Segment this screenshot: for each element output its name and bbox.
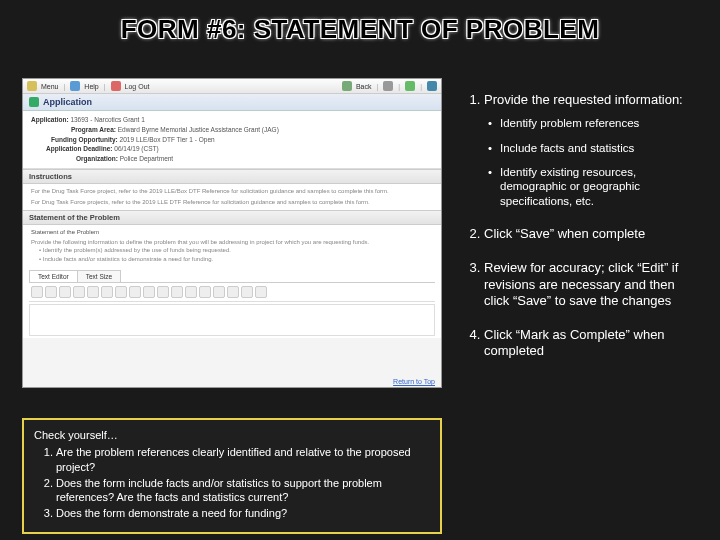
tab-text-size[interactable]: Text Size (77, 270, 121, 282)
statement-help-1: Provide the following information to def… (31, 238, 433, 246)
editor-toolbar (29, 283, 435, 302)
help-icon (70, 81, 80, 91)
funding-value: 2019 LLE/Box DTF Tier 1 - Open (120, 136, 215, 143)
print-icon (383, 81, 393, 91)
statement-body: Statement of the Problem Provide the fol… (23, 225, 441, 267)
indent-icon[interactable] (143, 286, 155, 298)
deadline-value: 06/14/19 (CST) (114, 145, 158, 152)
table-icon[interactable] (199, 286, 211, 298)
align-right-icon[interactable] (101, 286, 113, 298)
step-3: Review for accuracy; click “Edit” if rev… (484, 260, 702, 309)
save-icon (427, 81, 437, 91)
undo-icon[interactable] (213, 286, 225, 298)
more-icon[interactable] (255, 286, 267, 298)
step-1-bullet: Include facts and statistics (486, 141, 702, 155)
logout-icon (111, 81, 121, 91)
editor-area: Text Editor Text Size (23, 266, 441, 338)
org-label: Organization: (76, 155, 118, 162)
instructions-line-2: For Drug Task Force projects, refer to t… (31, 198, 433, 206)
info-block: Application: 13693 - Narcotics Grant 1 P… (23, 111, 441, 169)
instructions-header: Instructions (23, 169, 441, 184)
editor-tabs: Text Editor Text Size (29, 270, 435, 283)
program-label: Program Area: (71, 126, 116, 133)
help-link[interactable]: Help (84, 83, 98, 90)
check-item: Are the problem references clearly ident… (56, 445, 430, 475)
menu-link[interactable]: Menu (41, 83, 59, 90)
step-1-bullet: Identify problem references (486, 116, 702, 130)
funding-label: Funding Opportunity: (51, 136, 118, 143)
menu-icon (27, 81, 37, 91)
instructions-body: For the Drug Task Force project, refer t… (23, 184, 441, 210)
embedded-screenshot: Menu | Help | Log Out Back | | | Applica… (22, 78, 442, 388)
program-value: Edward Byrne Memorial Justice Assistance… (118, 126, 279, 133)
bold-icon[interactable] (31, 286, 43, 298)
underline-icon[interactable] (59, 286, 71, 298)
app-header: Application (23, 94, 441, 111)
statement-help-3: Include facts and/or statistics to demon… (43, 256, 213, 262)
slide-title: FORM #6: STATEMENT OF PROBLEM (0, 14, 720, 45)
back-link[interactable]: Back (356, 83, 372, 90)
step-1-bullet: Identify existing resources, demographic… (486, 165, 702, 208)
check-yourself-lead: Check yourself… (34, 428, 430, 443)
step-2: Click “Save” when complete (484, 226, 702, 242)
app-header-icon (29, 97, 39, 107)
add-icon (405, 81, 415, 91)
step-1-bullets: Identify problem references Include fact… (484, 116, 702, 208)
back-icon (342, 81, 352, 91)
app-header-label: Application (43, 97, 92, 107)
logout-link[interactable]: Log Out (125, 83, 150, 90)
list-icon[interactable] (115, 286, 127, 298)
align-center-icon[interactable] (87, 286, 99, 298)
color-icon[interactable] (241, 286, 253, 298)
app-toolbar: Menu | Help | Log Out Back | | | (23, 79, 441, 94)
check-yourself-box: Check yourself… Are the problem referenc… (22, 418, 442, 534)
step-1: Provide the requested information: Ident… (484, 92, 702, 208)
numbered-list-icon[interactable] (129, 286, 141, 298)
check-item: Does the form demonstrate a need for fun… (56, 506, 430, 521)
instruction-steps: Provide the requested information: Ident… (462, 92, 702, 378)
instructions-line-1: For the Drug Task Force project, refer t… (31, 187, 433, 195)
return-to-top-link[interactable]: Return to Top (393, 378, 435, 385)
check-yourself-list: Are the problem references clearly ident… (34, 445, 430, 521)
image-icon[interactable] (185, 286, 197, 298)
outdent-icon[interactable] (157, 286, 169, 298)
statement-help-2: Identify the problem(s) addressed by the… (43, 247, 231, 253)
italic-icon[interactable] (45, 286, 57, 298)
tab-text-editor[interactable]: Text Editor (29, 270, 78, 282)
step-4: Click “Mark as Complete” when completed (484, 327, 702, 360)
deadline-label: Application Deadline: (46, 145, 112, 152)
app-label: Application: (31, 116, 69, 123)
statement-sub: Statement of the Problem (31, 228, 433, 236)
link-icon[interactable] (171, 286, 183, 298)
statement-header: Statement of the Problem (23, 210, 441, 225)
editor-canvas[interactable] (29, 304, 435, 336)
check-item: Does the form include facts and/or stati… (56, 476, 430, 506)
step-1-text: Provide the requested information: (484, 92, 683, 107)
align-left-icon[interactable] (73, 286, 85, 298)
redo-icon[interactable] (227, 286, 239, 298)
app-value: 13693 - Narcotics Grant 1 (70, 116, 144, 123)
org-value: Police Department (120, 155, 173, 162)
